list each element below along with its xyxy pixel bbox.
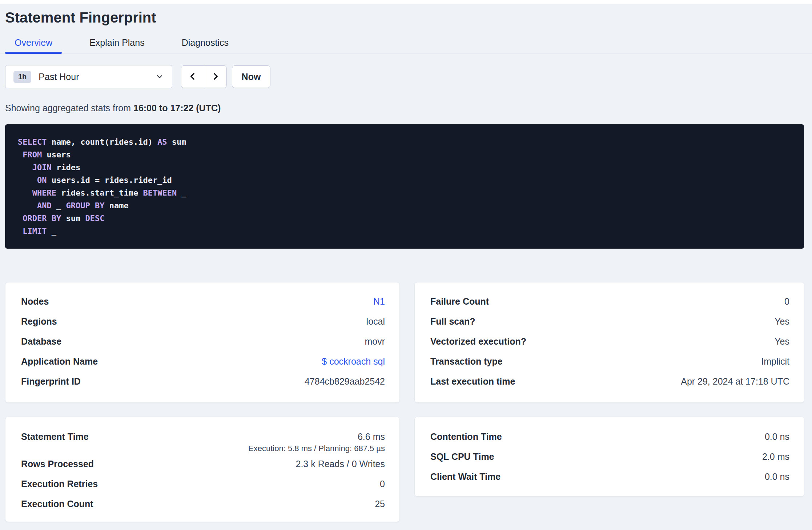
- aggregated-stats-prefix: Showing aggregated stats from: [5, 103, 133, 113]
- tab-diagnostics[interactable]: Diagnostics: [172, 36, 238, 53]
- statement-details-card: NodesN1RegionslocalDatabasemovrApplicati…: [5, 282, 400, 403]
- table-row: Client Wait Time0.0 ns: [415, 467, 804, 487]
- row-value: 4784cb829aab2542: [305, 376, 385, 387]
- chevron-left-icon: [188, 72, 197, 82]
- table-row: Transaction typeImplicit: [415, 352, 804, 372]
- row-value: movr: [365, 336, 385, 347]
- sql-text: sum: [167, 137, 186, 146]
- table-row: Fingerprint ID4784cb829aab2542: [5, 372, 399, 392]
- time-range-dropdown[interactable]: 1h Past Hour: [5, 65, 172, 88]
- table-row: Rows Processed2.3 k Reads / 0 Writes: [5, 454, 399, 474]
- row-label: Regions: [21, 316, 57, 327]
- row-subtext: Execution: 5.8 ms / Planning: 687.5 µs: [5, 444, 399, 454]
- table-row: Regionslocal: [5, 312, 399, 332]
- statement-fingerprint-page: Statement Fingerprint OverviewExplain Pl…: [0, 9, 812, 522]
- sql-line: ORDER BY sum DESC: [18, 212, 793, 225]
- table-row: NodesN1: [5, 292, 399, 312]
- application-name-link[interactable]: $ cockroach sql: [322, 356, 385, 367]
- sql-line: SELECT name, count(rides.id) AS sum: [18, 136, 793, 148]
- table-row: Vectorized execution?Yes: [415, 332, 804, 352]
- details-cards-row: NodesN1RegionslocalDatabasemovrApplicati…: [5, 282, 804, 403]
- table-row: Databasemovr: [5, 332, 399, 352]
- sql-line: WHERE rides.start_time BETWEEN _: [18, 186, 793, 199]
- sql-text: [18, 214, 23, 223]
- sql-text: rides.start_time: [56, 188, 143, 197]
- row-value: 0.0 ns: [765, 471, 789, 482]
- row-value: Apr 29, 2024 at 17:18 UTC: [681, 376, 789, 387]
- sql-text: [18, 226, 23, 236]
- table-row: Full scan?Yes: [415, 312, 804, 332]
- tab-explain-plans[interactable]: Explain Plans: [80, 36, 154, 53]
- row-label: Full scan?: [430, 316, 475, 327]
- stats-cards-row: Statement Time6.6 msExecution: 5.8 ms / …: [5, 417, 804, 522]
- tabs: OverviewExplain PlansDiagnostics: [5, 36, 804, 53]
- time-controls: 1h Past Hour Now: [5, 65, 804, 88]
- top-strip: [0, 0, 812, 4]
- sql-keyword: LIMIT: [23, 226, 47, 236]
- table-row: Execution Count25: [5, 494, 399, 514]
- page-title: Statement Fingerprint: [5, 9, 804, 25]
- row-label: Vectorized execution?: [430, 336, 526, 347]
- row-label: Fingerprint ID: [21, 376, 81, 387]
- sql-keyword: ORDER BY: [23, 214, 61, 223]
- now-button[interactable]: Now: [232, 65, 270, 88]
- sql-keyword: FROM: [23, 150, 42, 159]
- aggregated-stats-range: 16:00 to 17:22 (UTC): [133, 103, 221, 113]
- sql-line: LIMIT _: [18, 225, 793, 237]
- time-range-label: Past Hour: [39, 72, 79, 82]
- nodes-link[interactable]: N1: [373, 296, 385, 307]
- row-value: 2.3 k Reads / 0 Writes: [296, 459, 385, 469]
- sql-code: SELECT name, count(rides.id) AS sum FROM…: [18, 136, 793, 237]
- row-label: Rows Processed: [21, 459, 94, 469]
- row-label: Contention Time: [430, 431, 502, 442]
- sql-text: _: [177, 188, 186, 197]
- table-row: Execution Retries0: [5, 474, 399, 494]
- sql-keyword: SELECT: [18, 137, 47, 146]
- sql-text: [18, 150, 23, 159]
- sql-text: _: [47, 226, 56, 236]
- sql-line: FROM users: [18, 148, 793, 161]
- statement-time-card: Statement Time6.6 msExecution: 5.8 ms / …: [5, 417, 400, 522]
- sql-keyword: ON: [37, 176, 47, 185]
- row-label: Client Wait Time: [430, 471, 501, 482]
- sql-text: [18, 163, 32, 172]
- sql-text: [18, 188, 32, 197]
- row-label: Database: [21, 336, 61, 347]
- row-label: Application Name: [21, 356, 98, 367]
- table-row: SQL CPU Time2.0 ms: [415, 447, 804, 467]
- prev-time-button[interactable]: [181, 66, 204, 88]
- aggregated-stats-line: Showing aggregated stats from 16:00 to 1…: [5, 103, 804, 113]
- sql-text: name: [104, 201, 128, 210]
- row-value: Implicit: [761, 356, 789, 367]
- sql-text: [18, 201, 37, 210]
- sql-keyword: GROUP BY: [66, 201, 104, 210]
- execution-attributes-card: Failure Count0Full scan?YesVectorized ex…: [414, 282, 804, 403]
- sql-text: [18, 176, 37, 185]
- table-row: Failure Count0: [415, 292, 804, 312]
- row-value: Yes: [775, 336, 789, 347]
- row-value: Yes: [775, 316, 789, 327]
- time-step-buttons: [181, 65, 227, 88]
- sql-keyword: BETWEEN: [143, 188, 177, 197]
- row-label: Failure Count: [430, 296, 489, 307]
- row-value: local: [366, 316, 385, 327]
- row-value: 0.0 ns: [765, 431, 789, 442]
- sql-text: users.id = rides.rider_id: [47, 176, 172, 185]
- sql-line: AND _ GROUP BY name: [18, 199, 793, 212]
- row-label: Last execution time: [430, 376, 515, 387]
- row-value: 0: [784, 296, 789, 307]
- row-value: 6.6 ms: [358, 431, 385, 442]
- chevron-right-icon: [211, 72, 220, 82]
- wait-time-card: Contention Time0.0 nsSQL CPU Time2.0 msC…: [414, 417, 804, 497]
- table-row: Application Name$ cockroach sql: [5, 352, 399, 372]
- time-range-badge: 1h: [13, 71, 31, 83]
- next-time-button[interactable]: [204, 66, 226, 88]
- tab-overview[interactable]: Overview: [5, 36, 62, 53]
- sql-text: name, count(rides.id): [47, 137, 157, 146]
- sql-text: rides: [52, 163, 80, 172]
- row-label: Execution Retries: [21, 479, 98, 489]
- row-label: Statement Time: [21, 431, 89, 442]
- row-value: 2.0 ms: [762, 451, 789, 462]
- sql-keyword: JOIN: [32, 163, 52, 172]
- row-label: Execution Count: [21, 499, 93, 509]
